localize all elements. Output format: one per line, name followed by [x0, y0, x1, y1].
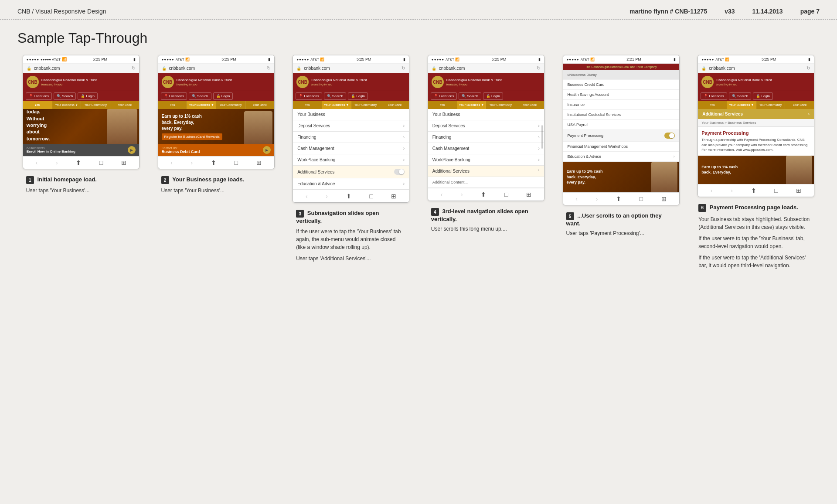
- tab-business-2[interactable]: Your Business ▼: [187, 101, 216, 109]
- tab-bank-3[interactable]: Your Bank: [380, 101, 409, 109]
- menu-workplace-4[interactable]: WorkPlace Banking ›: [428, 154, 544, 166]
- bottom-bar-1: ‹ › ⬆ □ ⊞: [23, 156, 139, 169]
- tab-you-3[interactable]: You: [293, 101, 322, 109]
- tab-community-6[interactable]: Your Community: [756, 101, 786, 109]
- institutional[interactable]: Institutional Custodial Services: [563, 110, 679, 120]
- tab-business-6[interactable]: Your Business ▼: [727, 101, 756, 109]
- menu-deposit-3[interactable]: Deposit Services ›: [293, 120, 409, 132]
- reload-icon-4[interactable]: ↻: [537, 65, 541, 71]
- reload-icon-2[interactable]: ↻: [267, 65, 271, 71]
- menu-additional-content-4[interactable]: Additional Content...: [428, 177, 544, 188]
- reload-icon-6[interactable]: ↻: [806, 65, 810, 71]
- caption-3: 3 Subnavigation slides open vertically. …: [293, 203, 409, 262]
- tab-you-2[interactable]: You: [158, 101, 187, 109]
- menu-financing-4[interactable]: Financing ›: [428, 132, 544, 143]
- hero-5: Earn up to 1% cash back. Everyday, every…: [563, 162, 679, 192]
- bookmarks-icon-2[interactable]: □: [235, 159, 238, 166]
- estatements-bar: e-Statements Enroll Now in Online Bankin…: [23, 144, 139, 156]
- hero-btn-2[interactable]: Register for BusinessCard Rewards: [162, 133, 222, 140]
- cnb-nav-1: 📍 Locations 🔍 Search 🔒 Login: [23, 91, 139, 101]
- search-btn[interactable]: 🔍 Search: [54, 92, 76, 100]
- screen-6-col: ●●●●● AT&T 📶 5:25 PM ▮ 🔒 cnbbank.com ↻ C…: [692, 55, 820, 269]
- health-savings[interactable]: Health Savings Account: [563, 90, 679, 100]
- tabs-icon[interactable]: ⊞: [121, 159, 126, 166]
- menu-list-4: Your Business Deposit Services › Financi…: [428, 109, 544, 188]
- payment-processing-item[interactable]: Payment Processing: [563, 130, 679, 142]
- reload-icon-3[interactable]: ↻: [401, 65, 405, 71]
- tab-you-4[interactable]: You: [428, 101, 457, 109]
- login-btn-2[interactable]: 🔒 Login: [213, 92, 233, 100]
- additional-services-bar-6[interactable]: Additional Services ›: [698, 109, 814, 119]
- unbusiness-header: uNbusiness Diuray: [563, 70, 679, 80]
- step-badge-5: 5: [566, 212, 574, 220]
- caption-para2-3: User taps 'Additional Services'...: [296, 255, 406, 262]
- menu-cash-3[interactable]: Cash Management ›: [293, 143, 409, 154]
- tab-you[interactable]: You: [23, 101, 52, 109]
- menu-your-business-4[interactable]: Your Business: [428, 109, 544, 120]
- login-btn[interactable]: 🔒 Login: [78, 92, 98, 100]
- screen-4-col: ●●●●● AT&T 📶 5:25 PM ▮ 🔒 cnbbank.com ↻ C…: [422, 55, 550, 233]
- date: 11.14.2013: [752, 8, 783, 15]
- payment-processing-title: Payment Processing: [701, 130, 810, 136]
- tab-bank-6[interactable]: Your Bank: [785, 101, 814, 109]
- tabs-icon-2[interactable]: ⊞: [256, 159, 262, 166]
- menu-education-3[interactable]: Education & Advice ›: [293, 178, 409, 190]
- tab-bank-4[interactable]: Your Bank: [515, 101, 544, 109]
- search-btn-2[interactable]: 🔍 Search: [189, 92, 211, 100]
- breadcrumb: CNB / Visual Responsive Design: [17, 8, 106, 15]
- forward-btn-2[interactable]: ›: [191, 159, 193, 166]
- menu-additional-4[interactable]: Additional Services ˅: [428, 166, 544, 177]
- hero-6: Earn up to 1% cash back. Everyday,: [698, 156, 814, 184]
- caption-body-4: User scrolls this long menu up....: [431, 225, 541, 233]
- cnb-top-link[interactable]: The Canandaigua National Bank and Trust …: [563, 64, 679, 70]
- caption-1: 1 Initial homepage load. User taps 'Your…: [23, 169, 140, 194]
- menu-deposit-4[interactable]: Deposit Services ›: [428, 120, 544, 132]
- status-bar-1: ●●●●● ●●●●● AT&T 📶 5:25 PM ▮: [23, 55, 139, 64]
- author: martino flynn # CNB-11275: [629, 8, 707, 15]
- screen-1-col: ●●●●● ●●●●● AT&T 📶 5:25 PM ▮ 🔒 cnbbank.c…: [17, 55, 145, 194]
- tab-community-2[interactable]: Your Community: [216, 101, 245, 109]
- share-icon-2[interactable]: ⬆: [211, 159, 216, 166]
- tab-community-4[interactable]: Your Community: [486, 101, 515, 109]
- caption-para2-6: If the user were to tap the 'Your Busine…: [698, 235, 813, 250]
- menu-additional-3[interactable]: Additional Services: [293, 166, 409, 178]
- share-icon[interactable]: ⬆: [76, 159, 81, 166]
- tab-business[interactable]: Your Business ▼: [52, 101, 82, 109]
- play-icon-2[interactable]: ▶: [263, 146, 271, 154]
- locations-btn[interactable]: 📍 Locations: [26, 92, 52, 100]
- phone-frame-5: ●●●●● AT&T 📶 2:21 PM ▮ The Canandaigua N…: [563, 55, 680, 205]
- cnb-logo: CNB: [27, 76, 39, 88]
- tab-business-3[interactable]: Your Business ▼: [322, 101, 351, 109]
- back-btn[interactable]: ‹: [36, 159, 38, 166]
- business-credit-card[interactable]: Business Credit Card: [563, 80, 679, 90]
- menu-list-3: Your Business Deposit Services › Financi…: [293, 109, 409, 190]
- tab-community[interactable]: Your Community: [81, 101, 110, 109]
- forward-btn[interactable]: ›: [56, 159, 58, 166]
- locations-btn-2[interactable]: 📍 Locations: [161, 92, 187, 100]
- tab-you-6[interactable]: You: [698, 101, 727, 109]
- hero-person-1: [107, 109, 137, 144]
- reload-icon[interactable]: ↻: [132, 65, 136, 71]
- insurance[interactable]: Insurance: [563, 100, 679, 110]
- back-btn-2[interactable]: ‹: [170, 159, 173, 166]
- menu-workplace-3[interactable]: WorkPlace Banking ›: [293, 154, 409, 166]
- play-icon[interactable]: ▶: [128, 146, 136, 154]
- page-header: CNB / Visual Responsive Design martino f…: [0, 0, 837, 20]
- bookmarks-icon[interactable]: □: [99, 159, 103, 166]
- education-advice-5[interactable]: Education & Advice ›: [563, 152, 679, 162]
- caption-2: 2 Your Business page loads. User taps 'Y…: [158, 169, 275, 194]
- menu-your-business-3[interactable]: Your Business: [293, 109, 409, 120]
- scroll-indicator: [541, 125, 543, 149]
- menu-cash-4[interactable]: Cash Management ›: [428, 143, 544, 154]
- financial-workshops[interactable]: Financial Management Workshops: [563, 142, 679, 152]
- page-title: Sample Tap-Through: [0, 20, 837, 55]
- tab-bank-2[interactable]: Your Bank: [245, 101, 274, 109]
- tab-bank[interactable]: Your Bank: [110, 101, 139, 109]
- toggle-payment: [664, 133, 675, 139]
- caption-para1-6: Your Business tab stays highlighted. Sub…: [698, 215, 813, 231]
- usa-payroll[interactable]: USA Payroll: [563, 120, 679, 130]
- caption-6: 6 Payment Processing page loads. Your Bu…: [695, 197, 817, 269]
- tab-business-4[interactable]: Your Business ▼: [457, 101, 487, 109]
- tab-community-3[interactable]: Your Community: [351, 101, 381, 109]
- menu-financing-3[interactable]: Financing ›: [293, 132, 409, 143]
